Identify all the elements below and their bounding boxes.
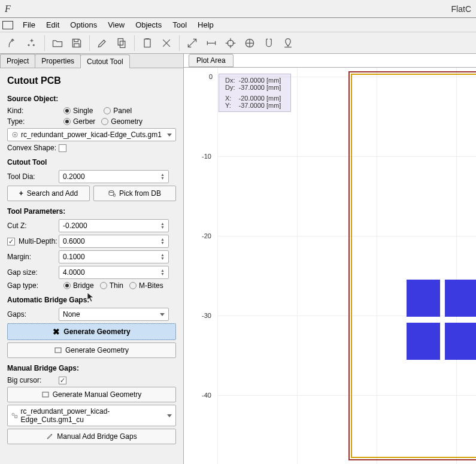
pcb-pad xyxy=(445,280,476,317)
type-geometry-label: Geometry xyxy=(111,117,143,126)
svg-rect-9 xyxy=(55,348,61,353)
new-sparkle-icon[interactable] xyxy=(23,34,41,52)
app-logo: F xyxy=(5,4,11,14)
menu-objects[interactable]: Objects xyxy=(131,19,166,31)
panel-title: Cutout PCB xyxy=(7,75,176,86)
cutz-input[interactable]: -0.2000▲▼ xyxy=(59,219,169,232)
svg-point-6 xyxy=(14,134,16,136)
kind-label: Kind: xyxy=(7,107,59,115)
geo-file-dropdown[interactable]: rc_redundant_power_kicad-Edge_Cuts.gm1_c… xyxy=(7,405,176,426)
svg-rect-12 xyxy=(15,416,17,418)
cutout-tool-label: Cutout Tool xyxy=(7,158,176,166)
geo-file-value: rc_redundant_power_kicad-Edge_Cuts.gm1_c… xyxy=(21,407,167,424)
source-file-dropdown[interactable]: rc_redundant_power_kicad-Edge_Cuts.gm1 xyxy=(7,128,176,141)
origin-target-icon[interactable] xyxy=(222,34,239,52)
save-icon[interactable] xyxy=(68,34,86,52)
new-project-icon[interactable] xyxy=(4,34,22,52)
pcb-pad xyxy=(407,323,440,360)
delete-icon[interactable] xyxy=(157,34,175,52)
menu-view[interactable]: View xyxy=(103,19,129,31)
radio-type-gerber[interactable] xyxy=(63,118,71,125)
open-folder-icon[interactable] xyxy=(48,34,66,52)
generate-geometry-button[interactable]: ✖ Generate Geometry xyxy=(7,323,176,340)
pcb-pad xyxy=(445,323,476,360)
radio-gaptype-thin[interactable] xyxy=(100,282,107,289)
axis-y-0: 0 xyxy=(209,73,213,80)
gapsize-input[interactable]: 4.0000▲▼ xyxy=(59,266,169,279)
gaptype-bridge-label: Bridge xyxy=(73,281,94,290)
tab-properties[interactable]: Properties xyxy=(35,54,81,68)
bigcursor-checkbox[interactable] xyxy=(59,377,66,384)
generate-geometry-outline-button[interactable]: Generate Geometry xyxy=(7,342,176,358)
rectangle-icon xyxy=(42,392,49,398)
bigcursor-label: Big cursor: xyxy=(7,376,59,384)
multidepth-input[interactable]: 0.6000▲▼ xyxy=(59,235,169,248)
tab-project[interactable]: Project xyxy=(0,54,35,68)
source-object-label: Source Object: xyxy=(7,95,176,103)
svg-rect-0 xyxy=(118,38,123,45)
manual-add-bridge-button[interactable]: Manual Add Bridge Gaps xyxy=(7,429,176,444)
radio-kind-single[interactable] xyxy=(63,107,71,114)
axis-y-30: -30 xyxy=(202,312,211,319)
gaptype-thin-label: Thin xyxy=(110,281,123,290)
expand-icon[interactable] xyxy=(183,34,201,52)
app-title: FlatC xyxy=(451,4,471,14)
tab-plot-area[interactable]: Plot Area xyxy=(189,54,234,67)
gaps-dropdown[interactable]: None xyxy=(59,308,169,321)
radio-gaptype-bridge[interactable] xyxy=(63,282,71,289)
tab-cutout-tool[interactable]: Cutout Tool xyxy=(80,54,130,68)
margin-input[interactable]: 0.1000▲▼ xyxy=(59,250,169,263)
left-panel: Project Properties Cutout Tool Cutout PC… xyxy=(0,54,184,464)
sidebar-toggle-icon[interactable] xyxy=(2,21,13,29)
gaptype-mbites-label: M-Bites xyxy=(139,281,163,290)
tool-dia-label: Tool Dia: xyxy=(7,172,59,181)
tool-dia-input[interactable]: 0.2000▲▼ xyxy=(59,170,169,183)
manual-bridge-label: Manual Bridge Gaps xyxy=(7,364,77,372)
snap-icon[interactable] xyxy=(260,34,278,52)
search-add-button[interactable]: +Search and Add xyxy=(7,186,90,201)
radio-kind-panel[interactable] xyxy=(104,107,111,114)
plot-canvas[interactable]: 0 -10 -20 -30 -40 Dx:-20.0000 [mm] Dy:-3… xyxy=(184,67,476,464)
gaps-label: Gaps: xyxy=(7,310,59,319)
radio-gaptype-mbites[interactable] xyxy=(129,282,137,289)
menu-help[interactable]: Help xyxy=(193,19,219,31)
menu-tool[interactable]: Tool xyxy=(168,19,192,31)
mouse-cursor-icon xyxy=(87,292,95,303)
menu-edit[interactable]: Edit xyxy=(41,19,64,31)
pick-db-button[interactable]: Pick from DB xyxy=(93,186,176,201)
geometry-icon xyxy=(11,412,19,419)
axis-y-10: -10 xyxy=(202,153,211,160)
convex-checkbox[interactable] xyxy=(59,144,66,152)
source-file-value: rc_redundant_power_kicad-Edge_Cuts.gm1 xyxy=(21,131,162,139)
radio-type-geometry[interactable] xyxy=(101,118,108,125)
svg-point-11 xyxy=(12,413,14,416)
svg-rect-10 xyxy=(43,392,48,397)
pcb-outer-outline xyxy=(351,74,476,458)
menu-file[interactable]: File xyxy=(18,19,40,31)
crosshair-icon[interactable] xyxy=(241,34,259,52)
type-label: Type: xyxy=(7,117,59,126)
margin-label: Margin: xyxy=(7,253,59,261)
menu-options[interactable]: Options xyxy=(65,19,102,31)
duplicate-icon[interactable] xyxy=(138,34,156,52)
toolbar xyxy=(0,32,476,54)
type-gerber-label: Gerber xyxy=(73,117,95,126)
tool-params-label: Tool Parameters: xyxy=(7,207,176,216)
svg-rect-2 xyxy=(144,39,150,47)
multidepth-checkbox[interactable] xyxy=(7,238,15,245)
edit-pencil-icon[interactable] xyxy=(93,34,111,52)
location-pin-icon[interactable] xyxy=(279,34,297,52)
pcb-pad xyxy=(407,280,440,317)
axis-y-40: -40 xyxy=(202,392,211,399)
svg-point-7 xyxy=(109,191,114,193)
copy-icon[interactable] xyxy=(113,34,131,52)
generate-manual-geometry-button[interactable]: Generate Manual Geometry xyxy=(7,387,176,402)
pencil-small-icon xyxy=(46,433,53,440)
measure-icon[interactable] xyxy=(202,34,220,52)
axis-y-20: -20 xyxy=(202,232,211,239)
gerber-file-icon xyxy=(11,131,19,138)
auto-bridge-label: Automatic Bridge Gaps xyxy=(7,296,87,304)
database-icon xyxy=(108,190,116,197)
rectangle-icon xyxy=(54,347,62,353)
kind-panel-label: Panel xyxy=(113,107,132,115)
